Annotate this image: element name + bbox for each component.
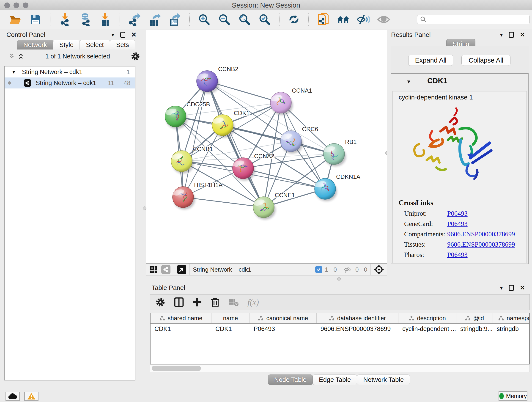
collapse-all-button[interactable]: Collapse All (462, 55, 510, 66)
import-network-database-icon[interactable] (78, 13, 92, 26)
collapse-all-icon[interactable] (8, 53, 16, 60)
control-panel-float-icon[interactable] (120, 32, 125, 38)
node-CCNA2[interactable] (232, 158, 255, 181)
crosslink-label: Compartments: (404, 230, 447, 238)
column-header--id[interactable]: @id (456, 313, 493, 323)
crosslink-link[interactable]: 9606.ENSP00000378699 (447, 241, 515, 248)
edge-CCNB2-HIST1H1A[interactable] (183, 81, 207, 197)
results-panel-float-icon[interactable] (509, 32, 514, 38)
delete-table-icon-disabled (228, 298, 239, 306)
import-network-file-icon[interactable] (58, 13, 71, 26)
table-cell[interactable]: 9606.ENSP00000378699 (317, 324, 399, 334)
crosslink-link[interactable]: P06493 (447, 220, 468, 228)
table-cell[interactable]: cyclin-dependent ... (399, 324, 456, 334)
zoom-fit-icon[interactable] (238, 13, 251, 26)
node-CDK1[interactable] (212, 115, 234, 138)
node-CDC25B[interactable] (165, 106, 187, 129)
control-panel-tab-select[interactable]: Select (80, 40, 110, 50)
zoom-out-icon[interactable] (218, 13, 231, 26)
share-document-icon[interactable] (317, 13, 330, 26)
scrollbar-thumb[interactable] (152, 366, 201, 371)
table-cell[interactable]: CDK1 (211, 324, 250, 334)
expand-all-button[interactable]: Expand All (408, 55, 453, 66)
birds-eye-view-icon[interactable] (374, 264, 384, 274)
results-panel-close-icon[interactable]: ✕ (520, 32, 525, 38)
control-panel-tab-network[interactable]: Network (17, 40, 53, 50)
column-header-canonical-name[interactable]: canonical name (250, 313, 317, 323)
table-cell[interactable]: stringdb:9... (456, 324, 493, 334)
warnings-button[interactable] (24, 392, 38, 401)
node-CDKN1A[interactable] (314, 178, 337, 201)
edge-HIST1H1A-CCNE1[interactable] (183, 197, 264, 207)
table-horizontal-scrollbar[interactable] (150, 364, 530, 372)
node-HIST1H1A[interactable] (172, 186, 195, 210)
grid-view-icon[interactable] (149, 265, 158, 274)
import-table-icon[interactable] (99, 13, 112, 26)
control-panel: Control Panel ▾ ✕ NetworkStyleSelectSets… (0, 29, 146, 390)
network-collection-row[interactable]: ▼ String Network – cdk1 1 (5, 66, 135, 77)
table-cell[interactable]: CDK1 (151, 324, 211, 334)
column-header-description[interactable]: description (399, 313, 456, 323)
control-panel-menu-icon[interactable]: ▾ (111, 32, 114, 38)
horizontal-splitter-handle[interactable] (337, 277, 341, 281)
crosslink-link[interactable]: 9606.ENSP00000378699 (447, 230, 515, 238)
refresh-view-icon[interactable] (287, 13, 301, 26)
network-canvas[interactable]: CCNB2CCNA1CDC25BCDK1CDC6RB1CCNB1CCNA2CDK… (146, 30, 387, 264)
table-options-gear-icon[interactable] (155, 297, 165, 307)
zoom-in-icon[interactable] (197, 13, 211, 26)
left-splitter-handle[interactable] (143, 206, 146, 210)
table-cell[interactable]: P06493 (250, 324, 317, 334)
node-CCNE1[interactable] (253, 197, 276, 220)
export-image-icon[interactable] (168, 13, 181, 26)
table-tab-edge-table[interactable]: Edge Table (313, 375, 357, 385)
node-CCNA1[interactable] (270, 92, 293, 115)
export-table-icon[interactable] (148, 13, 161, 26)
cloud-button[interactable] (6, 392, 20, 401)
search-input[interactable] (417, 15, 530, 24)
crosslink-link[interactable]: P06493 (447, 251, 468, 259)
delete-column-icon[interactable] (211, 297, 220, 307)
results-actions-box: Expand All Collapse All (391, 46, 529, 73)
expand-all-icon[interactable] (17, 53, 25, 60)
node-table[interactable]: shared namenamecanonical namedatabase id… (150, 313, 530, 364)
control-panel-close-icon[interactable]: ✕ (131, 32, 137, 38)
open-in-new-icon[interactable] (177, 265, 186, 274)
hide-labels-icon[interactable] (357, 13, 370, 26)
collection-label: String Network – cdk1 (22, 69, 82, 76)
table-panel-float-icon[interactable] (509, 285, 514, 291)
column-header-database-identifier[interactable]: database identifier (317, 313, 399, 323)
control-panel-tab-sets[interactable]: Sets (110, 40, 135, 50)
control-panel-tab-style[interactable]: Style (53, 40, 80, 50)
save-session-icon[interactable] (29, 13, 42, 26)
table-tab-node-table[interactable]: Node Table (268, 375, 313, 385)
network-graph[interactable]: CCNB2CCNA1CDC25BCDK1CDC6RB1CCNB1CCNA2CDK… (146, 30, 387, 263)
share-network-icon[interactable] (161, 265, 171, 274)
selected-checkbox-icon[interactable] (315, 266, 322, 273)
table-cell[interactable]: stringdb (493, 324, 530, 334)
network-row-selected[interactable]: String Network – cdk1 11 48 (5, 77, 135, 89)
string-network-icon (24, 79, 31, 87)
string-home-icon[interactable] (337, 13, 350, 26)
results-panel-menu-icon[interactable]: ▾ (500, 32, 503, 38)
add-column-icon[interactable] (192, 298, 202, 307)
table-panel-menu-icon[interactable]: ▾ (500, 285, 503, 291)
zoom-selected-icon[interactable] (258, 13, 271, 26)
table-data-rows: CDK1CDK1P064939606.ENSP00000378699cyclin… (151, 324, 529, 334)
crosslink-link[interactable]: P06493 (447, 210, 468, 217)
column-header-shared-name[interactable]: shared name (151, 313, 211, 323)
open-session-icon[interactable] (9, 13, 22, 26)
crosslink-label: GeneCard: (404, 220, 447, 228)
node-RB1[interactable] (323, 143, 346, 166)
table-panel-close-icon[interactable]: ✕ (520, 285, 525, 291)
node-label-CDC25B: CDC25B (186, 101, 210, 108)
crosslink-label: Pharos: (404, 251, 447, 259)
column-header-namespace[interactable]: namespace (493, 313, 530, 323)
export-network-icon[interactable] (128, 13, 141, 26)
collection-expander-icon[interactable]: ▼ (12, 70, 16, 75)
column-header-name[interactable]: name (211, 313, 250, 323)
memory-button[interactable]: Memory (499, 391, 527, 401)
protein-expander-icon[interactable]: ▼ (406, 79, 411, 85)
network-options-gear-icon[interactable] (131, 51, 140, 61)
table-tab-network-table[interactable]: Network Table (357, 375, 410, 385)
show-columns-icon[interactable] (174, 297, 184, 307)
